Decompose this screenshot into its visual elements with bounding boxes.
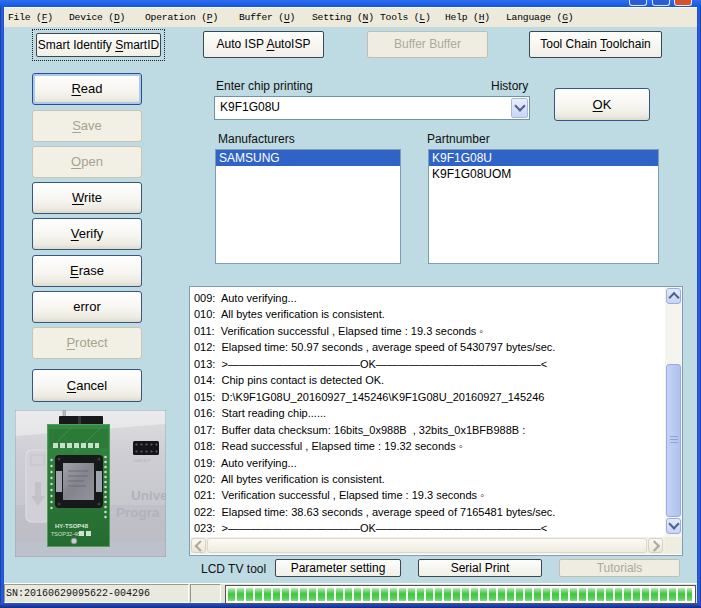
svg-text:Progra: Progra <box>116 505 160 520</box>
svg-text:TSOP32-48: TSOP32-48 <box>51 531 80 537</box>
svg-text:HY-TSOP48: HY-TSOP48 <box>55 523 89 529</box>
svg-text:MAIN ECT: MAIN ECT <box>134 459 152 463</box>
svg-text:Unive: Unive <box>131 488 166 503</box>
